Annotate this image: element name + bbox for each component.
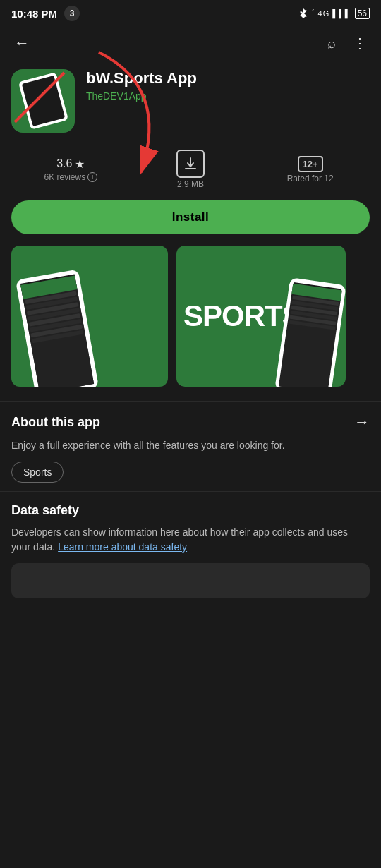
data-safety-section: Data safety Developers can show informat… bbox=[0, 491, 381, 563]
size-value bbox=[176, 150, 205, 178]
data-safety-text: Developers can show information here abo… bbox=[11, 525, 370, 555]
app-icon bbox=[11, 69, 75, 133]
size-stat: 2.9 MB bbox=[131, 150, 250, 189]
rated-stat: 12+ Rated for 12 bbox=[250, 156, 370, 183]
signal-icons: 4G ▌▌▌ bbox=[318, 9, 351, 18]
status-time: 10:48 PM bbox=[11, 8, 57, 20]
sports-tag[interactable]: Sports bbox=[11, 462, 64, 483]
status-bar: 10:48 PM 3 ʿʿ ʿ 4G ▌▌▌ 56 bbox=[0, 0, 381, 25]
status-icons: ʿʿ ʿ 4G ▌▌▌ 56 bbox=[298, 8, 370, 19]
svg-text:ʿʿ: ʿʿ bbox=[300, 11, 304, 18]
data-safety-title: Data safety bbox=[11, 503, 79, 518]
data-safety-header: Data safety bbox=[11, 503, 370, 518]
screenshot-1[interactable] bbox=[11, 246, 168, 387]
app-info: bW.Sports App TheDEV1App bbox=[86, 69, 370, 103]
install-section: Install bbox=[0, 200, 381, 246]
size-label: 2.9 MB bbox=[177, 179, 204, 189]
search-button[interactable]: ⌕ bbox=[325, 32, 339, 54]
bluetooth-symbol: ʿ bbox=[312, 8, 315, 19]
app-header: bW.Sports App TheDEV1App bbox=[0, 61, 381, 144]
about-header: About this app → bbox=[11, 413, 370, 431]
about-description: Enjoy a full experience with all the fea… bbox=[11, 438, 370, 453]
screenshot-2[interactable]: SPORTS bbox=[176, 246, 346, 387]
screenshots-section: SPORTS bbox=[0, 246, 381, 401]
bottom-card-stub bbox=[11, 563, 370, 598]
bluetooth-icon: ʿʿ bbox=[298, 8, 308, 19]
app-icon-phone-graphic bbox=[18, 72, 68, 130]
about-title: About this app bbox=[11, 415, 100, 430]
notification-badge: 3 bbox=[64, 6, 80, 21]
reviews-label: 6K reviews i bbox=[44, 172, 97, 182]
data-safety-link[interactable]: Learn more about data safety bbox=[58, 541, 187, 553]
rated-value: 12+ bbox=[298, 156, 323, 172]
about-section: About this app → Enjoy a full experience… bbox=[0, 401, 381, 491]
info-icon: i bbox=[87, 172, 97, 182]
rating-value: 3.6 ★ bbox=[56, 157, 85, 171]
back-button[interactable]: ← bbox=[11, 31, 32, 55]
stats-row: 3.6 ★ 6K reviews i 2.9 MB 12+ Rated for … bbox=[0, 144, 381, 200]
screenshot-phone-1 bbox=[16, 269, 99, 387]
app-developer[interactable]: TheDEV1App bbox=[86, 90, 370, 102]
top-nav: ← ⌕ ⋮ bbox=[0, 25, 381, 61]
star-icon: ★ bbox=[75, 157, 85, 171]
screenshot-phone-2 bbox=[274, 277, 346, 387]
app-name: bW.Sports App bbox=[86, 69, 370, 88]
battery-icon: 56 bbox=[355, 8, 370, 19]
age-rating-box: 12+ bbox=[298, 156, 323, 172]
download-icon bbox=[176, 150, 205, 178]
install-button[interactable]: Install bbox=[11, 200, 370, 234]
app-icon-wrapper bbox=[11, 69, 75, 133]
more-button[interactable]: ⋮ bbox=[350, 32, 370, 54]
rated-label: Rated for 12 bbox=[287, 174, 334, 183]
about-arrow[interactable]: → bbox=[354, 413, 370, 431]
rating-stat: 3.6 ★ 6K reviews i bbox=[11, 157, 131, 182]
